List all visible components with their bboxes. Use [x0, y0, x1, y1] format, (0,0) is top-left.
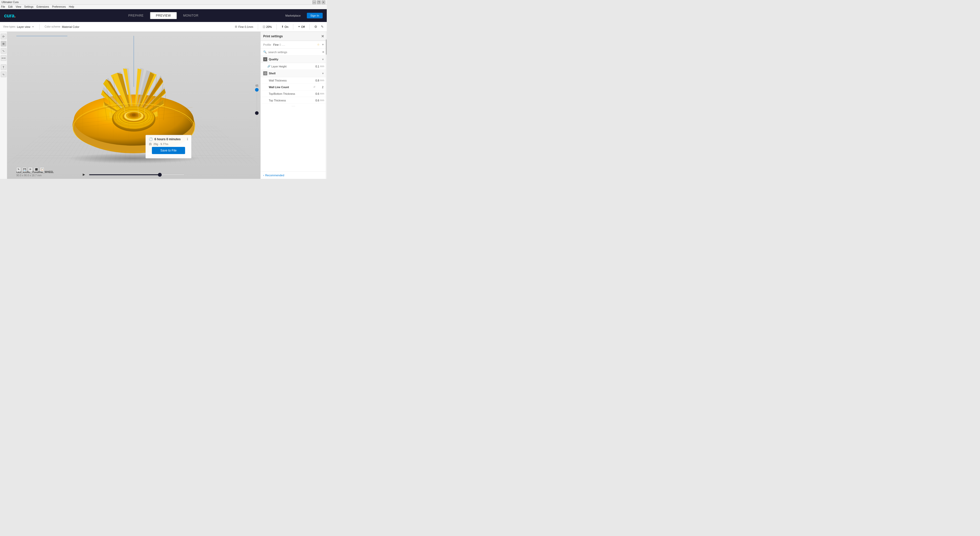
clipboard-bottom-icon[interactable]: 📋 [40, 167, 45, 172]
minimize-button[interactable]: — [312, 0, 316, 4]
support-value[interactable]: On [285, 25, 288, 28]
signin-button[interactable]: Sign In [307, 13, 323, 18]
mirror-tool-button[interactable]: ⟺ [1, 55, 6, 61]
wall-thickness-value[interactable]: 0.8 [312, 79, 319, 82]
tab-monitor[interactable]: MONITOR [177, 12, 204, 19]
search-icon: 🔍 [263, 50, 267, 54]
quality-section-header[interactable]: ≡ Quality ▼ [261, 56, 327, 63]
reset-bottom-icon[interactable]: ⟳ [28, 167, 33, 172]
layer-height-unit: mm [320, 65, 324, 68]
layer-indicator[interactable]: 65 [256, 84, 258, 126]
menu-bar: File Edit View Settings Extensions Prefe… [0, 5, 327, 9]
top-bottom-thickness-value[interactable]: 0.6 [312, 92, 319, 95]
scrollbar-thumb[interactable] [326, 39, 327, 55]
time-row: 🕐 6 hours 0 minutes ℹ [149, 137, 188, 141]
wall-thickness-setting: Wall Thickness 0.8 mm [261, 77, 327, 84]
wall-line-count-value[interactable]: 2 [316, 86, 323, 89]
search-settings-row: 🔍 ≡ [261, 49, 327, 56]
print-quality-value[interactable]: Fine 0.1mm [239, 25, 253, 28]
move-tool-button[interactable]: ⊕ [1, 41, 6, 46]
edit-icon-button[interactable]: ✎ [321, 25, 324, 29]
more-settings-indicator: ··· [261, 104, 327, 108]
header-right-area: Marketplace Sign In [282, 13, 323, 18]
settings-body: ≡ Quality ▼ 🔗 Layer Height 0.1 mm ⬡ Shel… [261, 56, 327, 171]
settings-icon-button[interactable]: ⚙ [314, 25, 317, 29]
shell-section-label: Shell [269, 72, 275, 75]
left-toolbar: ⟳ ⊕ ⤡ ⟺ T ∿ [0, 32, 7, 179]
timeline-play-button[interactable]: ▶ [83, 173, 87, 177]
layer-height-value[interactable]: 0.1 [312, 65, 319, 68]
paint-tool-button[interactable]: ∿ [1, 72, 6, 77]
chevron-down-icon[interactable]: ▼ [321, 43, 324, 46]
infill-value[interactable]: 20% [266, 25, 272, 28]
title-bar-left: Ultimaker Cura [2, 1, 19, 3]
shell-section-header[interactable]: ⬡ Shell ▼ [261, 70, 327, 77]
recommended-button[interactable]: ‹ Recommended [263, 174, 284, 177]
recommended-row: ‹ Recommended [261, 171, 327, 179]
main-area: ⟳ ⊕ ⤡ ⟺ T ∿ [0, 32, 327, 179]
window-controls: — ❐ ✕ [312, 0, 325, 4]
infill-section: ◫ 20% [262, 25, 272, 28]
save-to-file-button[interactable]: Save to File [152, 147, 185, 154]
ellipsis-icon[interactable]: ··· [292, 105, 295, 108]
tab-prepare[interactable]: PREPARE [123, 12, 150, 19]
3d-viewport[interactable]: 65 ✎ CE3_AXIAL_TURBINE_WHEEL 90.0 x 90.0… [7, 32, 260, 179]
toolbar-divider-1 [39, 24, 40, 30]
reset-icon[interactable]: ↺ [313, 86, 315, 88]
layer-number-value: 65 [256, 84, 258, 87]
print-quality-section: ⊟ Fine 0.1mm [235, 25, 253, 28]
top-bottom-thickness-unit: mm [320, 92, 324, 95]
wall-line-count-setting: Wall Line Count ↺ 2 [261, 84, 327, 91]
profile-name-value[interactable]: Fine 0 ..... [273, 43, 315, 46]
chevron-left-icon: ‹ [263, 174, 264, 177]
view-type-value[interactable]: Layer view [17, 25, 30, 28]
menu-preferences[interactable]: Preferences [52, 5, 66, 8]
clock-icon: 🕐 [149, 137, 153, 141]
time-estimate-card: 🕐 6 hours 0 minutes ℹ ⚖ 29g · 9.77m Save… [145, 135, 191, 158]
model-dimensions-label: 90.0 x 90.0 x 18.7 mm [16, 174, 54, 177]
layer-slider-track[interactable] [256, 88, 257, 126]
wall-line-count-label: Wall Line Count [267, 86, 313, 89]
tab-preview[interactable]: PREVIEW [150, 12, 177, 19]
color-scheme-value[interactable]: Material Color [62, 25, 79, 28]
profile-label: Profile [263, 43, 271, 46]
app-logo: cura. [4, 12, 16, 19]
app-header: cura. PREPARE PREVIEW MONITOR Marketplac… [0, 9, 327, 22]
link-icon: 🔗 [267, 65, 270, 68]
timeline-scrubber[interactable] [89, 174, 185, 175]
color-scheme-label: Color scheme [45, 25, 60, 28]
settings-scrollbar[interactable] [326, 32, 327, 179]
timeline-slider-area: ▶ [83, 173, 185, 177]
edit-bottom-icon[interactable]: ✎ [16, 167, 21, 172]
menu-view[interactable]: View [16, 5, 21, 8]
menu-settings[interactable]: Settings [24, 5, 33, 8]
menu-edit[interactable]: Edit [8, 5, 13, 8]
profile-favorite-icon[interactable]: ☆ [317, 43, 320, 46]
info-icon[interactable]: ℹ [187, 137, 188, 141]
support-section: ⬆ On [281, 25, 288, 28]
marketplace-button[interactable]: Marketplace [282, 13, 304, 18]
restore-button[interactable]: ❐ [317, 0, 321, 4]
top-thickness-unit: mm [320, 99, 324, 102]
layer-height-label: Layer Height [271, 65, 312, 68]
scale-tool-button[interactable]: ⤡ [1, 48, 6, 54]
print-settings-close-button[interactable]: ✕ [321, 35, 324, 38]
search-settings-input[interactable] [268, 51, 321, 54]
top-thickness-value[interactable]: 0.6 [312, 99, 319, 102]
adhesion-value[interactable]: Off [301, 25, 305, 28]
support-tool-button[interactable]: T [1, 64, 6, 70]
infill-icon: ◫ [262, 25, 265, 28]
save-bottom-icon[interactable]: 💾 [22, 167, 27, 172]
menu-help[interactable]: Help [69, 5, 74, 8]
view-bottom-icon[interactable]: ⬛ [34, 167, 38, 172]
settings-menu-icon[interactable]: ≡ [322, 50, 324, 54]
chevron-down-icon[interactable]: ▼ [32, 26, 34, 28]
rotate-tool-button[interactable]: ⟳ [1, 34, 6, 39]
menu-file[interactable]: File [1, 5, 5, 8]
layer-slider-top-thumb[interactable] [255, 88, 259, 92]
close-button[interactable]: ✕ [321, 0, 325, 4]
menu-extensions[interactable]: Extensions [37, 5, 49, 8]
layer-slider-bottom-thumb[interactable] [255, 112, 259, 115]
quality-section-label: Quality [269, 58, 278, 61]
title-bar: Ultimaker Cura — ❐ ✕ [0, 0, 327, 5]
